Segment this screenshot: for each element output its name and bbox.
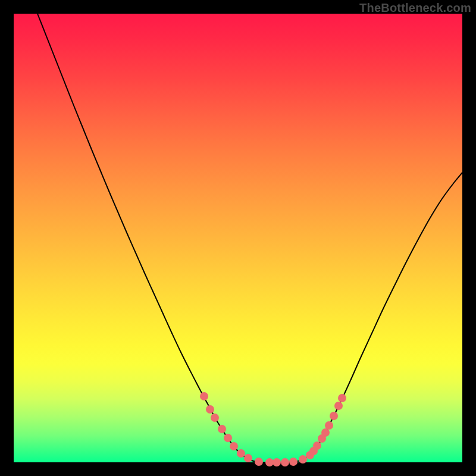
markers-left — [200, 392, 298, 466]
marker-dot — [200, 392, 208, 400]
marker-dot — [334, 402, 343, 410]
chart-frame: TheBottleneck.com — [0, 0, 476, 476]
marker-dot — [211, 414, 219, 422]
bottleneck-curve — [37, 14, 462, 462]
marker-dot — [237, 449, 245, 458]
marker-dot — [330, 412, 338, 420]
plot-area — [14, 14, 462, 462]
watermark-text: TheBottleneck.com — [359, 1, 471, 15]
marker-dot — [230, 442, 238, 450]
marker-dot — [206, 405, 214, 414]
marker-dot — [255, 458, 263, 466]
markers-right — [299, 394, 346, 464]
marker-dot — [289, 458, 298, 466]
marker-dot — [313, 441, 321, 450]
marker-dot — [273, 458, 281, 466]
curve-layer — [14, 14, 462, 462]
marker-dot — [299, 455, 307, 464]
marker-dot — [281, 458, 289, 466]
marker-dot — [265, 458, 274, 466]
marker-dot — [321, 428, 330, 437]
marker-dot — [218, 425, 226, 433]
marker-dot — [338, 394, 346, 402]
marker-dot — [325, 421, 333, 430]
marker-dot — [224, 434, 232, 442]
marker-dot — [244, 454, 252, 462]
